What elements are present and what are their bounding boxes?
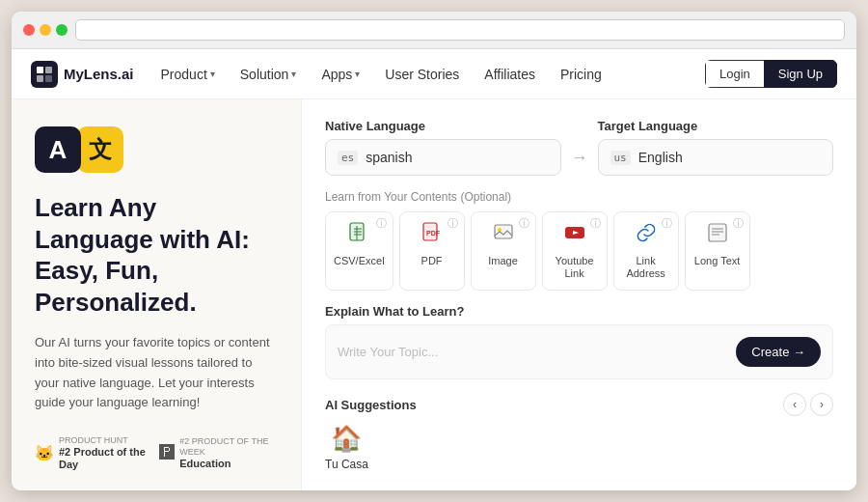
language-icons: A 文 <box>35 126 278 173</box>
learn-from-label: Learn from Your Contents (Optional) <box>325 189 833 204</box>
explain-placeholder: Write Your Topic... <box>338 345 438 359</box>
info-icon: ⓘ <box>519 216 529 231</box>
badge-text-1: PRODUCT HUNT #2 Product of the Day <box>59 435 149 471</box>
right-panel: Native Language es spanish → Target Lang… <box>301 99 856 490</box>
minimize-button[interactable] <box>40 24 51 36</box>
language-selection-row: Native Language es spanish → Target Lang… <box>325 119 833 176</box>
logo-text: MyLens.ai <box>64 66 134 82</box>
product-hunt-icon: 🐱 <box>35 444 54 462</box>
pdf-icon: PDF <box>421 222 443 249</box>
badge-line3: #2 PRODUCT OF THE WEEK <box>179 436 278 458</box>
logo-icon <box>31 61 58 88</box>
youtube-icon <box>564 222 585 249</box>
navbar: MyLens.ai Product ▾ Solution ▾ Apps ▾ Us… <box>12 49 856 99</box>
content-type-youtube[interactable]: ⓘ YoutubeLink <box>542 211 608 291</box>
traffic-lights <box>23 24 68 36</box>
nav-item-affiliates[interactable]: Affiliates <box>475 61 545 88</box>
badge-line4: Education <box>179 458 278 470</box>
image-icon <box>493 222 514 249</box>
native-flag: es <box>338 151 358 165</box>
youtube-label: YoutubeLink <box>556 255 594 280</box>
explain-label: Explain What to Learn? <box>325 304 833 319</box>
svg-rect-2 <box>37 75 43 82</box>
target-language-group: Target Language us English <box>598 119 834 176</box>
auth-buttons: Login Sign Up <box>705 60 837 88</box>
nav-affiliates-label: Affiliates <box>484 67 535 82</box>
suggestion-label: Tu Casa <box>325 458 368 471</box>
content-type-pdf[interactable]: ⓘ PDF PDF <box>399 211 465 291</box>
hero-description: Our AI turns your favorite topics or con… <box>35 333 278 413</box>
link-label: LinkAddress <box>626 255 665 280</box>
nav-item-solution[interactable]: Solution ▾ <box>231 61 307 88</box>
suggestion-list: 🏠 Tu Casa <box>325 424 833 471</box>
arrow-right-icon: → <box>571 148 588 168</box>
create-button[interactable]: Create → <box>736 337 821 367</box>
nav-item-pricing[interactable]: Pricing <box>551 61 611 88</box>
badge-product-hunt: 🐱 PRODUCT HUNT #2 Product of the Day <box>35 435 149 471</box>
target-language-label: Target Language <box>598 119 834 133</box>
badge-text-2: #2 PRODUCT OF THE WEEK Education <box>179 436 278 470</box>
native-language-value: spanish <box>366 150 412 165</box>
info-icon: ⓘ <box>662 216 672 231</box>
content-type-csv[interactable]: ⓘ CSV/Excel <box>325 211 393 291</box>
content-type-list: ⓘ CSV/Excel ⓘ <box>325 211 833 291</box>
target-language-value: English <box>638 150 683 165</box>
suggestions-nav: ‹ › <box>783 393 833 416</box>
image-label: Image <box>488 255 518 267</box>
nav-solution-label: Solution <box>240 67 289 82</box>
browser-window: MyLens.ai Product ▾ Solution ▾ Apps ▾ Us… <box>12 12 856 490</box>
chevron-down-icon: ▾ <box>291 69 296 79</box>
native-language-label: Native Language <box>325 119 561 133</box>
content-type-image[interactable]: ⓘ Image <box>471 211 536 291</box>
explain-section: Explain What to Learn? Write Your Topic.… <box>325 304 833 379</box>
badge-row: 🐱 PRODUCT HUNT #2 Product of the Day 🅿 #… <box>35 435 278 471</box>
login-button[interactable]: Login <box>705 60 764 88</box>
link-icon <box>636 222 657 249</box>
native-language-input[interactable]: es spanish <box>325 139 561 176</box>
nav-item-userstories[interactable]: User Stories <box>375 61 469 88</box>
nav-pricing-label: Pricing <box>560 67 602 82</box>
left-panel: A 文 Learn Any Language with AI: Easy, Fu… <box>12 99 301 490</box>
main-content: A 文 Learn Any Language with AI: Easy, Fu… <box>12 99 856 490</box>
maximize-button[interactable] <box>56 24 68 36</box>
signup-button[interactable]: Sign Up <box>764 60 837 88</box>
chinese-icon: 文 <box>77 126 123 173</box>
content-type-longtext[interactable]: ⓘ Long Text <box>685 211 750 291</box>
english-icon: A <box>35 126 81 173</box>
content-type-link[interactable]: ⓘ LinkAddress <box>613 211 679 291</box>
chevron-down-icon: ▾ <box>355 69 360 79</box>
svg-rect-1 <box>45 67 52 73</box>
chevron-down-icon: ▾ <box>210 69 215 79</box>
csv-label: CSV/Excel <box>334 255 385 267</box>
nav-product-label: Product <box>161 67 207 82</box>
svg-rect-3 <box>45 75 52 82</box>
hero-title: Learn Any Language with AI: Easy, Fun, P… <box>35 192 278 318</box>
suggestion-tu-casa[interactable]: 🏠 Tu Casa <box>325 424 368 471</box>
longtext-icon <box>707 222 728 249</box>
csv-icon <box>348 222 369 249</box>
close-button[interactable] <box>23 24 35 36</box>
target-flag: us <box>610 151 631 165</box>
nav-item-apps[interactable]: Apps ▾ <box>312 61 369 88</box>
nav-userstories-label: User Stories <box>385 67 459 82</box>
logo[interactable]: MyLens.ai <box>31 61 134 88</box>
svg-text:PDF: PDF <box>426 230 441 237</box>
browser-chrome <box>12 12 856 49</box>
badge-line1: PRODUCT HUNT <box>59 435 149 446</box>
explain-input[interactable]: Write Your Topic... Create → <box>325 324 833 379</box>
suggestion-emoji: 🏠 <box>331 424 362 454</box>
target-language-input[interactable]: us English <box>598 139 834 176</box>
svg-rect-15 <box>709 224 726 241</box>
pdf-label: PDF <box>421 255 443 267</box>
svg-rect-0 <box>37 67 43 73</box>
nav-item-product[interactable]: Product ▾ <box>151 61 225 88</box>
ai-suggestions-section: AI Suggestions ‹ › 🏠 Tu Casa <box>325 393 833 471</box>
content-types-section: Learn from Your Contents (Optional) ⓘ <box>325 189 833 291</box>
svg-rect-11 <box>495 225 512 238</box>
address-bar[interactable] <box>75 19 845 41</box>
badge-line2: #2 Product of the Day <box>59 446 149 471</box>
suggestions-next-button[interactable]: › <box>810 393 833 416</box>
suggestions-prev-button[interactable]: ‹ <box>783 393 806 416</box>
badge-education: 🅿 #2 PRODUCT OF THE WEEK Education <box>159 435 278 471</box>
info-icon: ⓘ <box>376 216 387 231</box>
